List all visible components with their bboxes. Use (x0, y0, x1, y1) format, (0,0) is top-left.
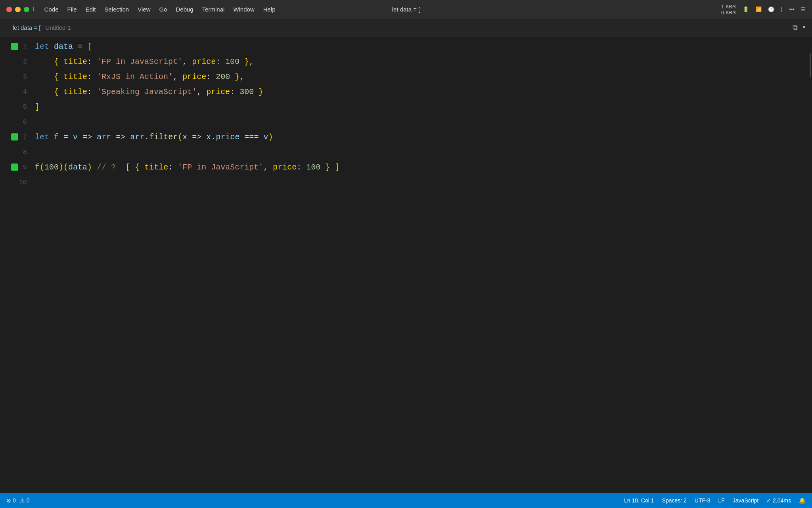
timing-info: ✓ 2.04ms (766, 497, 791, 504)
line-number-1: 1 (23, 39, 27, 54)
menu-selection[interactable]: Selection (105, 6, 129, 13)
menu-file[interactable]: File (67, 6, 77, 13)
menubar:  Code File Edit Selection View Go Debug… (0, 0, 812, 19)
breakpoint-9 (11, 164, 18, 171)
error-number: 0 (13, 497, 16, 504)
window-title: let data = [ (392, 6, 420, 13)
cursor-position[interactable]: Ln 10, Col 1 (624, 497, 654, 504)
error-count[interactable]: ⊗ 0 ⚠ 0 (6, 497, 30, 504)
tab-filename: Untitled-1 (45, 24, 71, 31)
menu-code[interactable]: Code (44, 6, 59, 13)
line-number-9: 9 (23, 160, 27, 175)
warning-number: 0 (27, 497, 30, 504)
breakpoint-1 (11, 43, 18, 50)
menu-go[interactable]: Go (159, 6, 167, 13)
error-icon: ⊗ (6, 497, 11, 504)
line-number-5: 5 (23, 99, 27, 114)
menu-edit[interactable]: Edit (86, 6, 96, 13)
list-icon: ☰ (801, 6, 806, 12)
line-number-10: 10 (19, 175, 27, 190)
menu-window[interactable]: Window (233, 6, 254, 13)
code-line-9: f(100)(data) // ? [ { title: 'FP in Java… (32, 160, 806, 175)
wifi-icon: 📶 (755, 6, 762, 12)
code-line-5: ] (32, 99, 806, 114)
breakpoint-7 (11, 133, 18, 140)
line-number-gutter: 1 2 3 4 5 6 7 8 9 (0, 37, 32, 493)
tab-actions: ⧉ ● (793, 24, 806, 32)
line-ending[interactable]: LF (718, 497, 724, 504)
network-stats: 1 KB/s 0 KB/s (721, 4, 736, 15)
tabbar: let data = [ Untitled-1 ⧉ ● (0, 19, 812, 37)
editor-area: 1 2 3 4 5 6 7 8 9 (0, 37, 812, 493)
code-editor[interactable]: let data = [ { title: 'FP in JavaScript'… (32, 37, 806, 493)
menu-terminal[interactable]: Terminal (202, 6, 225, 13)
traffic-lights (6, 7, 29, 12)
code-line-6 (32, 114, 806, 129)
code-line-2: { title: 'FP in JavaScript', price: 100 … (32, 54, 806, 69)
maximize-button[interactable] (24, 7, 29, 12)
line-number-8: 8 (23, 144, 27, 160)
line-number-2: 2 (23, 54, 27, 69)
code-line-8 (32, 144, 806, 160)
notifications-icon[interactable]: 🔔 (799, 497, 806, 504)
file-encoding[interactable]: UTF-8 (695, 497, 710, 504)
code-line-7: let f = v => arr => arr.filter(x => x.pr… (32, 129, 806, 144)
battery-icon: 🔋 (743, 6, 749, 12)
close-button[interactable] (6, 7, 12, 12)
tab-title-prefix: let data = [ (13, 24, 40, 31)
split-editor-icon[interactable]: ⧉ (793, 24, 798, 32)
scrollbar-thumb[interactable] (810, 53, 811, 77)
menu-help[interactable]: Help (263, 6, 276, 13)
line-number-3: 3 (23, 69, 27, 84)
circle-indicator: ● (802, 24, 806, 32)
code-line-10 (32, 175, 806, 190)
line-number-4: 4 (23, 84, 27, 99)
line-number-6: 6 (23, 114, 27, 129)
status-left: ⊗ 0 ⚠ 0 (6, 497, 30, 504)
active-tab[interactable]: let data = [ Untitled-1 (6, 19, 77, 37)
more-icon: ••• (789, 6, 795, 12)
language-mode[interactable]: JavaScript (733, 497, 758, 504)
menu-items: Code File Edit Selection View Go Debug T… (44, 6, 276, 13)
status-right: Ln 10, Col 1 Spaces: 2 UTF-8 LF JavaScri… (624, 497, 806, 504)
code-line-4: { title: 'Speaking JavaScript', price: 3… (32, 84, 806, 99)
code-line-3: { title: 'RxJS in Action', price: 200 }, (32, 69, 806, 84)
extensions-icon: ⟩ (781, 6, 783, 12)
clock-icon: 🕐 (768, 6, 774, 12)
code-line-1: let data = [ (32, 39, 806, 54)
menu-view[interactable]: View (138, 6, 150, 13)
apple-logo-icon:  (33, 6, 37, 13)
minimize-button[interactable] (15, 7, 21, 12)
right-menu-area: 1 KB/s 0 KB/s 🔋 📶 🕐 ⟩ ••• ☰ (721, 4, 806, 15)
warning-icon: ⚠ (20, 497, 25, 504)
line-number-7: 7 (23, 129, 27, 144)
scrollbar[interactable] (806, 37, 812, 493)
menu-debug[interactable]: Debug (176, 6, 193, 13)
indentation[interactable]: Spaces: 2 (662, 497, 687, 504)
statusbar: ⊗ 0 ⚠ 0 Ln 10, Col 1 Spaces: 2 UTF-8 LF … (0, 493, 812, 508)
